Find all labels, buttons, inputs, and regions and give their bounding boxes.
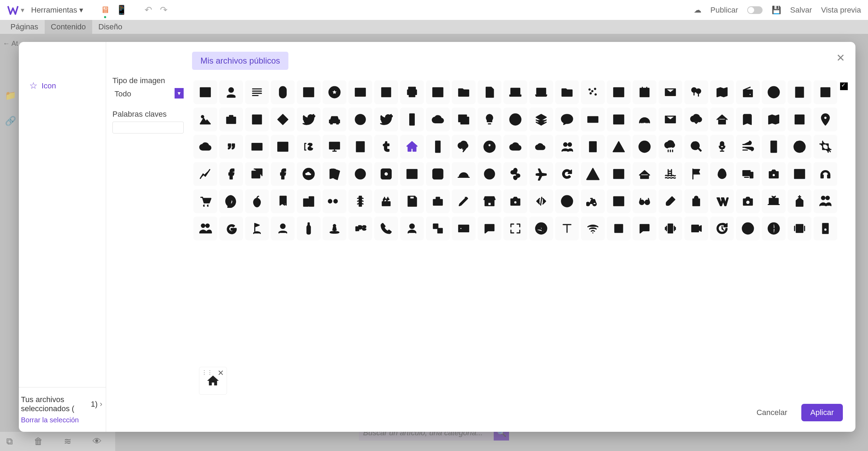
- icon-twitter-outline[interactable]: [374, 108, 398, 131]
- icon-group-solid[interactable]: [193, 217, 217, 240]
- icon-google[interactable]: [219, 217, 243, 240]
- apply-button[interactable]: Aplicar: [801, 404, 843, 421]
- publish-toggle[interactable]: [747, 6, 763, 14]
- clear-selection-link[interactable]: Borrar la selección: [21, 416, 102, 424]
- icon-cloud-outline[interactable]: [193, 135, 217, 159]
- preview-button[interactable]: Vista previa: [821, 6, 861, 15]
- icon-warning-solid[interactable]: [581, 162, 605, 186]
- icon-camera[interactable]: [762, 162, 786, 186]
- icon-picture-stars[interactable]: [297, 80, 321, 104]
- icon-group[interactable]: [555, 135, 579, 159]
- icon-flower[interactable]: [503, 162, 527, 186]
- icon-person[interactable]: [219, 80, 243, 104]
- menu-tools[interactable]: Herramientas▾: [31, 6, 83, 15]
- icon-grid4[interactable]: [245, 108, 269, 131]
- icon-map[interactable]: [762, 108, 786, 131]
- icon-cloud-bolt[interactable]: [452, 135, 476, 159]
- icon-is[interactable]: [297, 135, 321, 159]
- chevron-down-icon[interactable]: ▾: [21, 6, 24, 14]
- icon-briefcase[interactable]: [219, 108, 243, 131]
- icon-devices[interactable]: [736, 162, 760, 186]
- icon-street-view[interactable]: [323, 217, 346, 240]
- icon-book[interactable]: [736, 108, 760, 131]
- icon-mail[interactable]: [659, 80, 682, 104]
- icon-camera-solid[interactable]: [736, 189, 760, 213]
- icon-sms[interactable]: [633, 217, 656, 240]
- undo-icon[interactable]: ↶: [145, 5, 152, 15]
- icon-face[interactable]: [348, 108, 372, 131]
- icon-egg[interactable]: [710, 162, 734, 186]
- icon-cloud-download[interactable]: [684, 108, 708, 131]
- icon-g-circle[interactable]: [633, 135, 656, 159]
- icon-image-solid[interactable]: [271, 135, 295, 159]
- icon-picture-frame[interactable]: [607, 189, 631, 213]
- icon-house-roof[interactable]: [710, 108, 734, 131]
- icon-grid[interactable]: [814, 80, 837, 104]
- icon-save[interactable]: [400, 189, 424, 213]
- icon-error[interactable]: [555, 189, 579, 213]
- icon-history[interactable]: [710, 217, 734, 240]
- icon-speaker[interactable]: [814, 217, 837, 240]
- icon-card[interactable]: [245, 135, 269, 159]
- tab-design[interactable]: Diseño: [92, 20, 128, 34]
- icon-cloud-flat[interactable]: [529, 135, 553, 159]
- icon-apple[interactable]: [245, 189, 269, 213]
- publish-button[interactable]: Publicar: [711, 6, 738, 15]
- icon-circle[interactable]: [478, 162, 501, 186]
- icon-mountains[interactable]: [193, 108, 217, 131]
- icon-cloud-solid[interactable]: [503, 135, 527, 159]
- icon-text-lines[interactable]: [245, 80, 269, 104]
- mobile-icon[interactable]: 📱: [116, 5, 127, 15]
- icon-laptop-alt[interactable]: [529, 80, 553, 104]
- icon-image[interactable]: [193, 80, 217, 104]
- icon-music[interactable]: [607, 217, 631, 240]
- icon-phone-alt[interactable]: [426, 135, 450, 159]
- icon-aperture[interactable]: [788, 135, 811, 159]
- icon-keyboard[interactable]: [581, 108, 605, 131]
- icon-checker[interactable]: [426, 217, 450, 240]
- icon-laptop[interactable]: [503, 80, 527, 104]
- icon-user[interactable]: [400, 217, 424, 240]
- icon-chat[interactable]: [478, 217, 501, 240]
- icon-books[interactable]: [323, 162, 346, 186]
- icon-refresh[interactable]: [555, 162, 579, 186]
- icon-pin[interactable]: [814, 108, 837, 131]
- icon-flag[interactable]: [684, 162, 708, 186]
- icon-flickr[interactable]: [323, 189, 346, 213]
- icon-briefcase-open[interactable]: [426, 189, 450, 213]
- icon-fullscreen[interactable]: [503, 217, 527, 240]
- icon-printer[interactable]: [400, 80, 424, 104]
- icon-tag-more[interactable]: [271, 108, 295, 131]
- icon-cake[interactable]: [374, 189, 398, 213]
- icon-layers[interactable]: [529, 108, 553, 131]
- drag-handle-icon[interactable]: ⋮⋮: [201, 369, 213, 376]
- icon-plane[interactable]: [529, 162, 553, 186]
- cancel-button[interactable]: Cancelar: [754, 404, 790, 421]
- icon-building-alt[interactable]: [581, 135, 605, 159]
- close-icon[interactable]: ✕: [836, 52, 845, 64]
- icon-quote[interactable]: [219, 135, 243, 159]
- icon-code[interactable]: [529, 189, 553, 213]
- save-button[interactable]: Salvar: [790, 6, 812, 15]
- icon-picture-overlay[interactable]: [452, 108, 476, 131]
- selected-thumb[interactable]: ⋮⋮ ✕: [199, 367, 227, 395]
- icon-film[interactable]: [348, 135, 372, 159]
- icon-facebook-light[interactable]: [219, 162, 243, 186]
- icon-mouse[interactable]: [271, 80, 295, 104]
- icon-pool[interactable]: [659, 162, 682, 186]
- source-tab-public-files[interactable]: Mis archivos públicos: [192, 52, 288, 70]
- icon-dome[interactable]: [452, 162, 476, 186]
- icon-tumblr[interactable]: [374, 135, 398, 159]
- icon-soccer[interactable]: [478, 135, 501, 159]
- icon-month-grid[interactable]: [400, 162, 424, 186]
- icon-bag[interactable]: [684, 189, 708, 213]
- icon-hq[interactable]: [348, 80, 372, 104]
- icon-radio[interactable]: [736, 80, 760, 104]
- icon-map-fold[interactable]: [710, 80, 734, 104]
- icon-crop[interactable]: [814, 135, 837, 159]
- redo-icon[interactable]: ↷: [160, 5, 168, 15]
- icon-dribbble[interactable]: [529, 217, 553, 240]
- select-all-checkbox[interactable]: [840, 82, 848, 90]
- icon-calendar-range[interactable]: [633, 80, 656, 104]
- icon-facebook[interactable]: [271, 162, 295, 186]
